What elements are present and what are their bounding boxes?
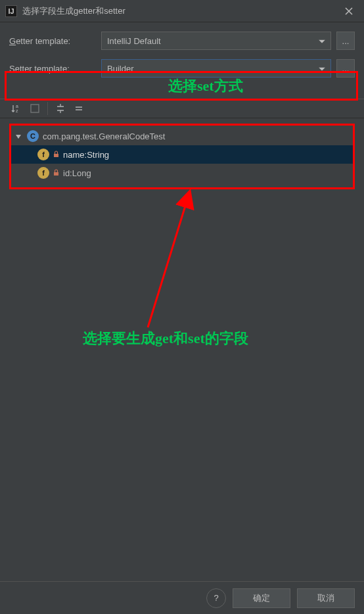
- svg-line-5: [148, 204, 186, 327]
- field-tree: C com.pang.test.GeneralCodeTest f name:S…: [9, 124, 355, 189]
- sort-icon: a z: [11, 103, 22, 114]
- expand-icon: [56, 104, 65, 113]
- setter-more-button[interactable]: ...: [336, 59, 355, 78]
- chevron-down-icon: [319, 36, 325, 46]
- tree-field-row[interactable]: f id:Long: [11, 164, 353, 182]
- svg-text:a: a: [16, 104, 18, 108]
- collapse-icon: [74, 104, 83, 113]
- svg-rect-4: [54, 172, 58, 176]
- app-icon: IJ: [5, 5, 17, 17]
- dialog-footer: ? 确定 取消: [0, 581, 364, 614]
- field-icon: f: [37, 149, 49, 160]
- square-icon: [30, 104, 39, 113]
- cancel-label: 取消: [317, 592, 334, 604]
- class-icon: C: [27, 130, 39, 142]
- getter-template-row: Getter template: IntelliJ Default ...: [9, 32, 355, 50]
- getter-more-button[interactable]: ...: [336, 32, 355, 50]
- field-icon: f: [37, 167, 49, 179]
- svg-rect-3: [54, 154, 58, 157]
- setter-template-select[interactable]: Builder: [101, 59, 331, 78]
- svg-rect-2: [31, 105, 39, 112]
- help-button[interactable]: ?: [206, 588, 226, 608]
- field-label: id:Long: [63, 168, 91, 178]
- lock-icon: [53, 169, 59, 177]
- toolbar-separator: [47, 102, 48, 115]
- ellipsis-icon: ...: [342, 36, 350, 46]
- setter-template-row: Setter template: Builder ...: [9, 59, 355, 78]
- tree-field-row[interactable]: f name:String: [11, 145, 353, 164]
- close-icon: [345, 7, 353, 15]
- expand-all-button[interactable]: [53, 101, 68, 116]
- titlebar: IJ 选择字段生成getter和setter: [0, 0, 364, 22]
- sort-button[interactable]: a z: [9, 101, 24, 116]
- chevron-down-icon: [319, 64, 325, 74]
- annotation-box-fields: C com.pang.test.GeneralCodeTest f name:S…: [9, 124, 355, 189]
- getter-label: Getter template:: [9, 36, 101, 46]
- expand-triangle-icon[interactable]: [15, 132, 23, 140]
- setter-template-value: Builder: [107, 64, 133, 74]
- ellipsis-icon: ...: [342, 64, 350, 74]
- field-label: name:String: [63, 150, 109, 160]
- help-icon: ?: [214, 593, 218, 603]
- window-title: 选择字段生成getter和setter: [22, 5, 339, 17]
- getter-template-value: IntelliJ Default: [107, 36, 161, 46]
- setter-label: Setter template:: [9, 64, 101, 74]
- close-button[interactable]: [339, 1, 359, 21]
- svg-text:z: z: [16, 108, 18, 113]
- tree-class-row[interactable]: C com.pang.test.GeneralCodeTest: [11, 127, 353, 145]
- show-fields-button[interactable]: [28, 101, 42, 116]
- ok-label: 确定: [253, 592, 270, 604]
- ok-button[interactable]: 确定: [233, 588, 290, 608]
- annotation-text-fields: 选择要生成get和set的字段: [83, 329, 248, 348]
- tree-toolbar: a z: [0, 99, 364, 118]
- collapse-all-button[interactable]: [72, 101, 86, 116]
- class-name: com.pang.test.GeneralCodeTest: [43, 131, 165, 141]
- getter-template-select[interactable]: IntelliJ Default: [101, 32, 331, 50]
- lock-icon: [53, 151, 59, 159]
- cancel-button[interactable]: 取消: [297, 588, 355, 608]
